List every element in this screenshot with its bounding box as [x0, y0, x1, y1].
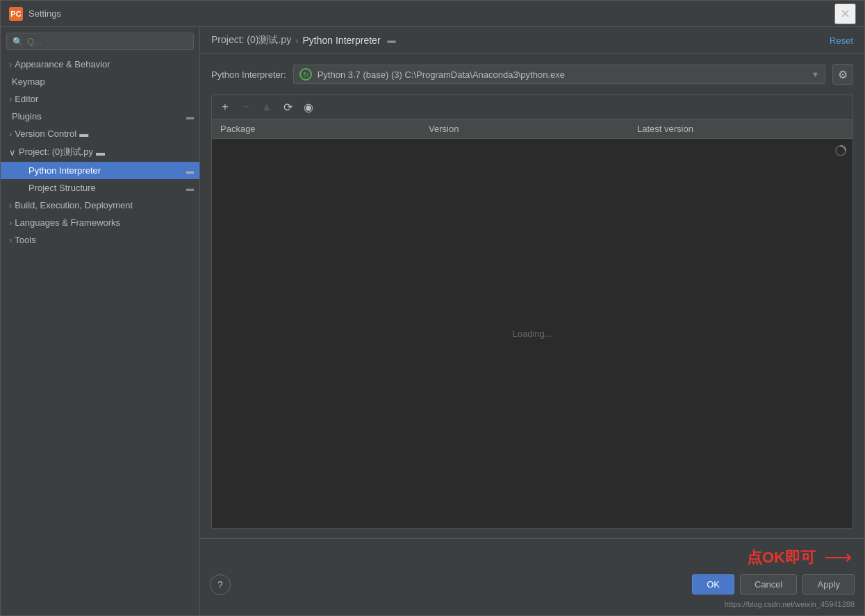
loading-text: Loading... [512, 328, 552, 339]
remove-package-button[interactable]: − [237, 98, 255, 116]
table-body: Loading... [212, 139, 852, 528]
loading-spinner [834, 144, 847, 157]
sidebar-item-label: Project Structure [28, 183, 96, 193]
packages-toolbar: + − ▲ ⟳ ◉ [211, 94, 853, 119]
content-area: Python Interpreter: ↻ Python 3.7 (base) … [200, 54, 864, 538]
column-package: Package [212, 119, 420, 138]
ok-button[interactable]: OK [692, 574, 734, 594]
column-latest-version: Latest version [629, 119, 852, 138]
package-table: Package Version Latest version [211, 119, 853, 528]
settings-icon: ▬ [186, 184, 194, 192]
chevron-right-icon: › [9, 59, 12, 69]
chevron-down-icon: ∨ [9, 147, 16, 158]
sidebar-item-python-interpreter[interactable]: Python Interpreter ▬ [1, 162, 199, 179]
sidebar-item-label: Build, Execution, Deployment [15, 200, 133, 210]
gear-icon: ⚙ [838, 68, 848, 81]
search-box[interactable]: 🔍 [6, 33, 194, 50]
annotation-chinese-text: 点OK即可 [747, 547, 816, 568]
tab-icon: ▬ [388, 35, 396, 45]
close-button[interactable]: ✕ [834, 3, 856, 24]
help-button[interactable]: ? [210, 574, 231, 595]
footer: 点OK即可 ⟶ ? OK Cancel Apply https://blog.c… [200, 538, 864, 615]
sidebar-item-project[interactable]: ∨ Project: (0)测试.py ▬ [1, 142, 199, 162]
sidebar-item-label: Project: (0)测试.py [19, 146, 93, 158]
sidebar-item-label: Version Control [15, 128, 76, 139]
sidebar-item-version-control[interactable]: › Version Control ▬ [1, 125, 199, 142]
chevron-right-icon: › [9, 217, 12, 228]
python-spinner-icon: ↻ [299, 68, 312, 81]
up-button[interactable]: ▲ [258, 98, 276, 116]
main-content: 🔍 › Appearance & Behavior Keymap › Edito… [1, 27, 864, 615]
sidebar-item-build-execution[interactable]: › Build, Execution, Deployment [1, 197, 199, 214]
sidebar-item-label: Appearance & Behavior [15, 59, 110, 69]
interpreter-row: Python Interpreter: ↻ Python 3.7 (base) … [211, 64, 853, 85]
add-package-button[interactable]: + [216, 98, 234, 116]
interpreter-gear-button[interactable]: ⚙ [832, 64, 853, 85]
sidebar-item-tools[interactable]: › Tools [1, 231, 199, 249]
interpreter-label: Python Interpreter: [211, 69, 286, 80]
settings-icon: ▬ [79, 128, 88, 139]
show-early-releases-button[interactable]: ◉ [299, 98, 318, 116]
search-icon: 🔍 [13, 37, 23, 47]
cancel-button[interactable]: Cancel [740, 574, 797, 594]
chevron-down-icon: ▼ [812, 70, 819, 78]
sidebar-item-label: Tools [15, 235, 35, 245]
apply-button[interactable]: Apply [802, 574, 855, 594]
annotation-row: 点OK即可 ⟶ [210, 546, 855, 569]
footer-url: https://blog.csdn.net/weixin_45941288 [210, 600, 855, 608]
sidebar-item-label: Editor [15, 94, 38, 104]
settings-icon: ▬ [186, 113, 194, 121]
search-input[interactable] [27, 36, 188, 47]
main-panel: Project: (0)测试.py › Python Interpreter ▬… [200, 27, 864, 615]
table-header: Package Version Latest version [212, 119, 852, 139]
reset-button[interactable]: Reset [830, 35, 853, 46]
annotation-arrow-icon: ⟶ [824, 546, 852, 569]
packages-section: + − ▲ ⟳ ◉ Package Version Latest version [211, 94, 853, 528]
chevron-right-icon: › [9, 200, 12, 210]
sidebar-item-label: Python Interpreter [28, 165, 101, 176]
sidebar-item-label: Plugins [12, 111, 42, 122]
footer-buttons: ? OK Cancel Apply [210, 574, 855, 594]
sidebar-item-project-structure[interactable]: Project Structure ▬ [1, 179, 199, 197]
chevron-right-icon: › [9, 235, 12, 245]
chevron-right-icon: › [9, 128, 12, 139]
sidebar-item-languages[interactable]: › Languages & Frameworks [1, 214, 199, 231]
breadcrumb-active: Python Interpreter [302, 35, 380, 46]
interpreter-value: Python 3.7 (base) (3) C:\ProgramData\Ana… [318, 69, 806, 80]
settings-icon: ▬ [186, 167, 194, 175]
title-bar: PC Settings ✕ [1, 1, 864, 27]
breadcrumb-separator: › [295, 35, 298, 46]
column-version: Version [420, 119, 629, 138]
sidebar-item-label: Keymap [12, 76, 45, 87]
window-title: Settings [28, 8, 61, 19]
breadcrumb-project: Project: (0)测试.py [211, 34, 291, 47]
sidebar-item-plugins[interactable]: Plugins ▬ [1, 108, 199, 125]
refresh-button[interactable]: ⟳ [279, 98, 297, 116]
breadcrumb: Project: (0)测试.py › Python Interpreter ▬… [200, 27, 864, 54]
sidebar-item-keymap[interactable]: Keymap [1, 73, 199, 90]
sidebar-item-label: Languages & Frameworks [15, 217, 120, 228]
settings-window: PC Settings ✕ 🔍 › Appearance & Behavior … [0, 0, 865, 616]
interpreter-select-dropdown[interactable]: ↻ Python 3.7 (base) (3) C:\ProgramData\A… [293, 65, 825, 84]
sidebar-item-appearance[interactable]: › Appearance & Behavior [1, 56, 199, 73]
sidebar-item-editor[interactable]: › Editor [1, 90, 199, 108]
sidebar: 🔍 › Appearance & Behavior Keymap › Edito… [1, 27, 200, 615]
chevron-right-icon: › [9, 94, 12, 104]
settings-icon: ▬ [96, 147, 105, 158]
app-icon: PC [9, 7, 23, 21]
